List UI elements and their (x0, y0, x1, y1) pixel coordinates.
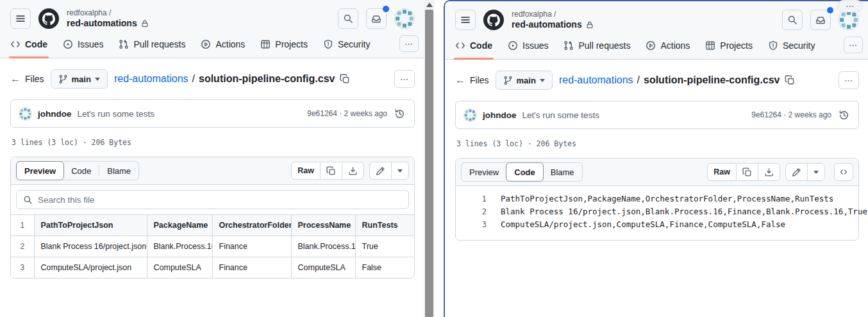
search-button[interactable] (782, 10, 803, 30)
tab-issues[interactable]: Issues (58, 33, 108, 58)
tab-code-view[interactable]: Code (506, 162, 544, 182)
github-logo[interactable] (483, 10, 504, 30)
header-top-row: redfoxalpha / red-automations (0, 0, 424, 33)
tab-preview[interactable]: Preview (16, 161, 64, 180)
copy-path-button[interactable] (338, 73, 351, 85)
tab-issues[interactable]: Issues (503, 35, 553, 59)
copy-path-button[interactable] (783, 74, 796, 87)
tab-code[interactable]: Code (5, 33, 53, 58)
column-header: ProcessName (291, 215, 355, 236)
search-this-file-input[interactable] (38, 195, 402, 205)
file-actions-overflow-button[interactable]: ⋯ (394, 70, 415, 88)
edit-dropdown-button[interactable] (807, 164, 824, 180)
tab-security[interactable]: Security (763, 35, 821, 59)
commit-meta[interactable]: 9e61264 · 2 weeks ago (307, 109, 387, 118)
commit-meta[interactable]: 9e61264 · 2 weeks ago (751, 110, 831, 119)
history-icon (839, 110, 849, 121)
row-number: 1 (11, 215, 34, 236)
tab-issues-label: Issues (78, 39, 103, 49)
download-button[interactable] (342, 162, 363, 179)
commit-author-avatar[interactable] (19, 107, 32, 121)
symbols-panel-button[interactable] (834, 163, 853, 181)
latest-commit-bar: johndoe Let's run some tests 9e61264 · 2… (10, 99, 415, 128)
notification-dot (383, 6, 389, 12)
repo-breadcrumb-link[interactable]: red-automations (114, 73, 188, 85)
repo-owner[interactable]: redfoxalpha / (67, 8, 149, 18)
column-header: RunTests (355, 215, 414, 236)
github-logo[interactable] (38, 8, 59, 29)
repo-name[interactable]: red-automations (67, 18, 137, 30)
tab-actions[interactable]: Actions (196, 33, 250, 58)
raw-button[interactable]: Raw (708, 164, 736, 180)
tab-security[interactable]: Security (318, 33, 376, 58)
vertical-scrollbar[interactable] (424, 0, 435, 317)
copy-file-button[interactable] (736, 164, 758, 180)
history-button[interactable] (837, 108, 851, 122)
hamburger-menu-button[interactable] (10, 8, 31, 29)
tab-pull-requests-label: Pull requests (578, 40, 630, 51)
line-number[interactable]: 2 (456, 205, 501, 218)
commit-author[interactable]: johndoe (483, 110, 517, 120)
tab-pull-requests[interactable]: Pull requests (558, 35, 635, 59)
repo-name[interactable]: red-automations (512, 19, 582, 31)
history-button[interactable] (393, 107, 406, 121)
tab-issues-label: Issues (522, 40, 548, 51)
repo-nav: Code Issues Pull requests Actions Projec… (445, 35, 868, 59)
user-avatar[interactable] (394, 8, 415, 29)
nav-overflow-button[interactable]: ⋯ (844, 37, 863, 53)
tab-projects[interactable]: Projects (700, 35, 758, 59)
scrollbar-thumb[interactable] (425, 10, 433, 317)
edit-button[interactable] (370, 162, 391, 179)
tab-blame[interactable]: Blame (543, 163, 582, 181)
nav-overflow-button[interactable]: ⋯ (399, 35, 419, 52)
download-icon (348, 166, 358, 176)
user-avatar[interactable] (839, 10, 859, 30)
repo-owner[interactable]: redfoxalpha / (512, 10, 594, 19)
search-button[interactable] (338, 8, 358, 29)
tab-preview[interactable]: Preview (462, 163, 506, 181)
file-meta-text: 3 lines (3 loc) · 206 Bytes (456, 139, 859, 148)
tab-pull-requests[interactable]: Pull requests (113, 33, 190, 58)
commit-author-avatar[interactable] (463, 108, 477, 122)
tab-code[interactable]: Code (450, 35, 497, 59)
code-icon (455, 40, 465, 51)
back-to-files-link[interactable]: ← Files (455, 74, 489, 86)
line-content: Blank Process 16/project.json,Blank.Proc… (501, 205, 867, 218)
files-label: Files (25, 74, 44, 84)
tab-actions-label: Actions (215, 39, 245, 49)
copy-icon (742, 167, 752, 177)
line-number[interactable]: 1 (456, 193, 501, 205)
commit-message[interactable]: Let's run some tests (78, 109, 154, 119)
raw-button[interactable]: Raw (292, 162, 320, 179)
scroll-up-arrow-icon[interactable] (426, 3, 433, 7)
tab-actions[interactable]: Actions (640, 35, 695, 59)
chevron-down-icon (95, 78, 100, 81)
line-number[interactable]: 3 (456, 218, 501, 231)
file-page-content: ← Files main red-automations / solution-… (445, 60, 868, 241)
file-actions-overflow-button[interactable]: ⋯ (839, 71, 859, 89)
commit-message[interactable]: Let's run some tests (522, 110, 599, 120)
tab-projects[interactable]: Projects (255, 33, 313, 58)
view-switcher: Preview Code Blame (461, 162, 583, 182)
overlay-more-button[interactable]: ⋯ (837, 0, 863, 12)
path-separator: / (637, 74, 640, 86)
copy-icon (340, 74, 350, 84)
code-view: 1PathToProjectJson,PackageName,Orchestra… (456, 186, 858, 240)
edit-button[interactable] (786, 164, 807, 180)
table-cell: ComputeSLA (291, 257, 355, 278)
table-cell: Blank.Process.16 (147, 236, 212, 257)
copy-icon (326, 166, 336, 176)
lock-icon (585, 21, 594, 30)
edit-dropdown-button[interactable] (391, 162, 408, 179)
branch-selector[interactable]: main (496, 71, 553, 90)
download-button[interactable] (758, 164, 780, 180)
repo-breadcrumb-link[interactable]: red-automations (559, 74, 633, 86)
view-switcher: Preview Code Blame (16, 161, 139, 180)
hamburger-menu-button[interactable] (455, 10, 476, 30)
tab-blame[interactable]: Blame (99, 162, 138, 180)
back-to-files-link[interactable]: ← Files (10, 73, 44, 85)
tab-code-view[interactable]: Code (63, 162, 99, 180)
copy-file-button[interactable] (320, 162, 342, 179)
branch-selector[interactable]: main (51, 69, 108, 89)
commit-author[interactable]: johndoe (38, 109, 72, 119)
